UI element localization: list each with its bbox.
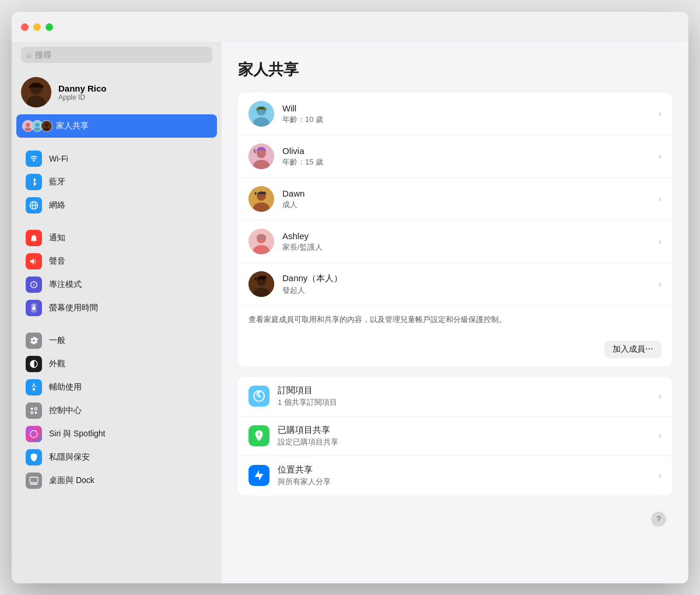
sidebar-item-bluetooth[interactable]: 藍牙	[16, 170, 217, 194]
accessibility-icon	[26, 379, 42, 396]
service-info-subscriptions: 訂閱項目 1 個共享訂閱項目	[278, 385, 659, 408]
member-info-dawn: Dawn 成人	[282, 188, 659, 210]
sidebar-item-network[interactable]: 網絡	[16, 194, 217, 217]
service-row-location[interactable]: 位置共享 與所有家人分享 ›	[238, 456, 672, 495]
member-row-will[interactable]: Will 年齡：10 歲 ›	[238, 93, 672, 135]
bottom-help-area: ?	[238, 506, 672, 529]
member-info-will: Will 年齡：10 歲	[282, 103, 659, 125]
svg-point-21	[34, 408, 37, 410]
member-row-danny[interactable]: Danny（本人） 發起人 ›	[238, 263, 672, 305]
avatar	[21, 77, 51, 107]
controlcenter-label: 控制中心	[49, 405, 82, 416]
member-row-ashley[interactable]: Ashley 家長/監護人 ›	[238, 220, 672, 263]
siri-icon	[26, 426, 42, 442]
controlcenter-icon	[26, 402, 42, 419]
sidebar-item-focus[interactable]: 專注模式	[16, 273, 217, 296]
member-role-ashley: 家長/監護人	[282, 242, 659, 253]
user-section[interactable]: Danny Rico Apple ID	[12, 72, 222, 114]
search-box[interactable]: ⌕	[21, 47, 212, 63]
wifi-icon	[26, 150, 42, 167]
chevron-will: ›	[659, 108, 662, 119]
add-member-button[interactable]: 加入成員⋯	[604, 341, 662, 358]
family-sharing-label: 家人共享	[56, 121, 89, 131]
chevron-olivia: ›	[659, 151, 662, 162]
member-name-olivia: Olivia	[282, 146, 659, 156]
member-avatar-dawn	[249, 186, 274, 212]
svg-point-7	[35, 123, 39, 127]
sidebar-item-siri[interactable]: Siri 與 Spotlight	[16, 422, 217, 446]
chevron-ashley: ›	[659, 236, 662, 247]
chevron-dawn: ›	[659, 194, 662, 204]
sidebar-item-screentime[interactable]: 螢幕使用時間	[16, 296, 217, 320]
svg-rect-24	[30, 477, 37, 482]
sidebar-item-controlcenter[interactable]: 控制中心	[16, 399, 217, 422]
service-row-subscriptions[interactable]: 訂閱項目 1 個共享訂閱項目 ›	[238, 377, 672, 416]
svg-rect-17	[33, 307, 36, 310]
chevron-danny: ›	[659, 279, 662, 289]
member-avatar-ashley	[249, 229, 274, 254]
chevron-subscriptions: ›	[659, 391, 662, 401]
service-subtitle-subscriptions: 1 個共享訂閱項目	[278, 397, 659, 408]
svg-rect-29	[258, 107, 265, 110]
user-subtitle: Apple ID	[58, 93, 107, 102]
network-icon	[26, 197, 42, 214]
network-label: 網絡	[49, 200, 65, 211]
sidebar-item-wifi[interactable]: Wi-Fi	[16, 147, 217, 170]
member-info-olivia: Olivia 年齡：15 歲	[282, 146, 659, 167]
service-info-location: 位置共享 與所有家人分享	[278, 464, 659, 487]
sound-label: 聲音	[49, 256, 65, 267]
titlebar	[12, 12, 688, 42]
member-info-ashley: Ashley 家長/監護人	[282, 231, 659, 253]
service-row-purchases[interactable]: 已購項目共享 設定已購項目共享 ›	[238, 416, 672, 456]
sidebar-item-sound[interactable]: 聲音	[16, 250, 217, 273]
svg-point-50	[258, 395, 260, 397]
sidebar-item-family-sharing[interactable]: 家人共享	[16, 114, 217, 138]
member-row-olivia[interactable]: Olivia 年齡：15 歲 ›	[238, 135, 672, 178]
member-role-olivia: 年齡：15 歲	[282, 157, 659, 167]
sidebar-item-notifications[interactable]: 通知	[16, 226, 217, 250]
main-content: 家人共享 W	[222, 42, 688, 583]
sidebar-item-privacy[interactable]: 私隱與保安	[16, 446, 217, 469]
service-name-purchases: 已購項目共享	[278, 425, 659, 436]
sidebar-item-appearance[interactable]: 外觀	[16, 352, 217, 376]
service-info-purchases: 已購項目共享 設定已購項目共享	[278, 425, 659, 447]
help-button[interactable]: ?	[651, 512, 666, 527]
member-name-ashley: Ashley	[282, 231, 659, 241]
screentime-label: 螢幕使用時間	[49, 303, 98, 313]
search-icon: ⌕	[27, 50, 32, 60]
user-name: Danny Rico	[58, 83, 107, 93]
minimize-button[interactable]	[33, 23, 41, 31]
sidebar: ⌕ Danny Rico Apple ID	[12, 42, 222, 583]
member-row-dawn[interactable]: Dawn 成人 ›	[238, 178, 672, 220]
family-description: 查看家庭成員可取用和共享的內容，以及管理兒童帳戶設定和分級保護控制。	[238, 305, 672, 335]
member-role-dawn: 成人	[282, 200, 659, 210]
member-role-will: 年齡：10 歲	[282, 114, 659, 125]
svg-point-20	[31, 408, 33, 410]
member-info-danny: Danny（本人） 發起人	[282, 273, 659, 296]
service-subtitle-location: 與所有家人分享	[278, 477, 659, 487]
bluetooth-label: 藍牙	[49, 177, 65, 187]
maximize-button[interactable]	[46, 23, 53, 31]
accessibility-label: 輔助使用	[49, 382, 82, 393]
svg-point-22	[31, 411, 33, 414]
close-button[interactable]	[21, 23, 29, 31]
wifi-label: Wi-Fi	[49, 154, 68, 163]
sidebar-item-dock[interactable]: 桌面與 Dock	[16, 469, 217, 492]
search-input[interactable]	[35, 50, 206, 60]
sidebar-item-accessibility[interactable]: 輔助使用	[16, 376, 217, 399]
family-icon	[26, 118, 49, 134]
appearance-label: 外觀	[49, 359, 65, 369]
subscriptions-icon	[249, 386, 270, 407]
svg-point-10	[44, 123, 48, 127]
sidebar-item-general[interactable]: 一般	[16, 329, 217, 352]
siri-label: Siri 與 Spotlight	[49, 429, 105, 439]
general-icon	[26, 332, 42, 349]
chevron-location: ›	[659, 470, 662, 481]
focus-label: 專注模式	[49, 279, 82, 290]
svg-rect-25	[30, 484, 37, 485]
member-name-will: Will	[282, 103, 659, 113]
focus-icon	[26, 276, 42, 293]
chevron-purchases: ›	[659, 430, 662, 441]
svg-point-4	[26, 123, 30, 127]
content-area: ⌕ Danny Rico Apple ID	[12, 42, 688, 583]
